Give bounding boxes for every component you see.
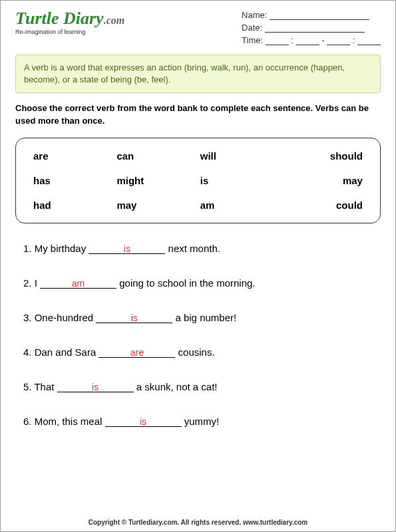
num: 2.	[23, 277, 32, 289]
instruction-text: Choose the correct verb from the word ba…	[15, 102, 381, 126]
logo-main: T	[15, 9, 25, 28]
sentence-2: 2. I am going to school in the morning.	[23, 277, 381, 289]
wb-word: can	[116, 150, 196, 162]
blank-input[interactable]: is	[96, 311, 172, 323]
name-label: Name:	[242, 10, 267, 20]
wb-row-1: has might is may	[33, 175, 363, 186]
sentence-5: 5. That is a skunk, not a cat!	[23, 380, 381, 392]
header: Turtle Diary.com Re-Imagination of learn…	[15, 10, 381, 48]
date-row: Date:	[242, 23, 381, 33]
post: cousins.	[175, 346, 214, 358]
time-h1[interactable]	[266, 36, 289, 45]
sentence-4: 4. Dan and Sara are cousins.	[23, 346, 381, 358]
wb-word: is	[200, 175, 280, 186]
post: yummy!	[182, 416, 220, 427]
blank-input[interactable]: is	[89, 242, 165, 254]
blank-input[interactable]: is	[105, 415, 182, 427]
wb-word: will	[200, 150, 280, 162]
answer: are	[130, 347, 144, 358]
answer: is	[124, 243, 130, 254]
date-label: Date:	[242, 23, 262, 33]
answer: am	[72, 278, 85, 289]
sentences: 1. My birthday is next month. 2. I am go…	[15, 242, 381, 427]
pre: One-hundred	[35, 312, 97, 323]
sentence-6: 6. Mom, this meal is yummy!	[23, 415, 381, 427]
time-m1[interactable]	[296, 36, 319, 45]
tagline: Re-Imagination of learning	[15, 29, 124, 35]
wb-word: could	[284, 200, 363, 211]
sentence-3: 3. One-hundred is a big number!	[23, 311, 381, 323]
blank-input[interactable]: is	[57, 380, 134, 392]
wb-word: are	[33, 150, 112, 162]
logo-area: Turtle Diary.com Re-Imagination of learn…	[15, 10, 124, 35]
logo: Turtle Diary.com	[15, 10, 124, 27]
pre: That	[34, 381, 57, 392]
answer: is	[140, 416, 146, 427]
num: 6.	[23, 416, 32, 427]
pre: Mom, this meal	[35, 416, 105, 427]
pre: My birthday	[35, 243, 89, 254]
post: going to school in the morning.	[116, 277, 255, 289]
pre: Dan and Sara	[35, 346, 99, 358]
post: a big number!	[172, 312, 236, 323]
post: next month.	[165, 243, 220, 254]
footer-copyright: Copyright © Turtlediary.com. All rights …	[1, 519, 395, 526]
wb-word: am	[200, 200, 280, 211]
logo-ext: .com	[104, 15, 125, 26]
date-input[interactable]	[265, 23, 365, 33]
worksheet-page: Turtle Diary.com Re-Imagination of learn…	[0, 0, 396, 532]
num: 1.	[23, 243, 32, 254]
post: a skunk, not a cat!	[134, 381, 218, 392]
blank-input[interactable]: are	[99, 346, 175, 358]
wb-word: should	[284, 150, 363, 162]
word-bank: are can will should has might is may had…	[15, 138, 381, 223]
name-input[interactable]	[270, 11, 369, 20]
wb-word: had	[33, 200, 112, 211]
meta-fields: Name: Date: Time: : - :	[242, 10, 381, 48]
name-row: Name:	[242, 10, 381, 20]
definition-box: A verb is a word that expresses an actio…	[15, 55, 381, 93]
blank-input[interactable]: am	[40, 277, 116, 289]
sentence-1: 1. My birthday is next month.	[23, 242, 381, 254]
answer: is	[92, 382, 99, 392]
logo-rest: urtle Diary	[25, 9, 104, 28]
num: 3.	[23, 312, 32, 323]
time-h2[interactable]	[327, 36, 350, 45]
time-label: Time:	[242, 35, 263, 45]
wb-row-2: had may am could	[33, 200, 363, 211]
answer: is	[131, 313, 138, 323]
time-row: Time: : - :	[242, 35, 381, 45]
num: 5.	[23, 381, 32, 392]
pre: I	[35, 277, 40, 289]
num: 4.	[23, 346, 32, 358]
wb-word: might	[116, 175, 196, 186]
wb-word: has	[33, 175, 112, 186]
time-m2[interactable]	[357, 36, 381, 45]
wb-word: may	[116, 200, 196, 211]
wb-row-0: are can will should	[33, 150, 363, 162]
wb-word: may	[284, 175, 363, 186]
